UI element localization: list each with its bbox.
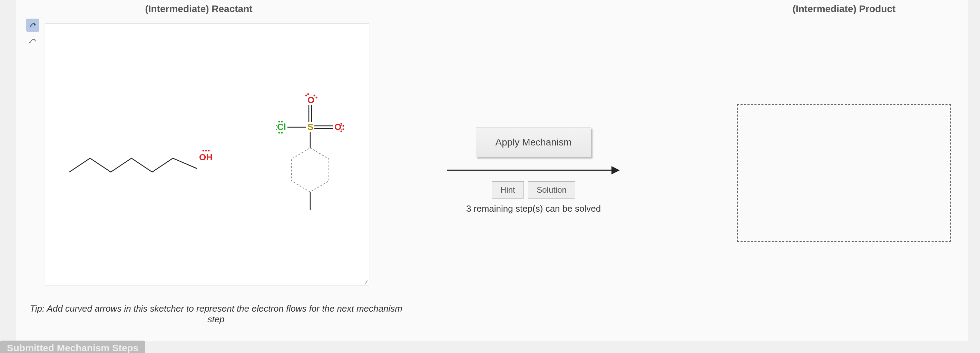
product-column: (Intermediate) Product — [727, 3, 961, 242]
electron-pair-arrow-tool[interactable]: : — [26, 19, 39, 32]
reactant-title: (Intermediate) Reactant — [26, 3, 371, 14]
svg-point-49 — [305, 95, 307, 97]
resize-handle-icon[interactable] — [363, 280, 368, 284]
product-drop-zone[interactable] — [737, 104, 951, 242]
svg-point-31 — [202, 150, 204, 152]
molecule-drawing: OH Cl : S — [45, 24, 369, 286]
svg-point-33 — [208, 150, 210, 152]
remaining-steps-text: 3 remaining step(s) can be solved — [430, 203, 637, 214]
svg-text::: : — [275, 122, 277, 132]
reactant-column: (Intermediate) Reactant — [26, 3, 371, 36]
svg-text::: : — [340, 122, 343, 132]
apply-mechanism-button[interactable]: Apply Mechanism — [476, 128, 592, 157]
mechanism-action-column: Apply Mechanism Hint Solution 3 remainin… — [430, 3, 637, 214]
svg-point-51 — [314, 95, 315, 97]
hint-button[interactable]: Hint — [492, 181, 524, 199]
single-electron-arrow-tool[interactable] — [26, 35, 39, 47]
submitted-mechanism-steps-tab[interactable]: Submitted Mechanism Steps — [0, 340, 145, 353]
product-title: (Intermediate) Product — [727, 3, 961, 14]
sketcher-side-toolbar: : — [26, 19, 39, 47]
reactant-sketcher-canvas[interactable]: OH Cl : S — [45, 24, 369, 285]
hint-solution-row: Hint Solution — [430, 181, 637, 199]
solution-button[interactable]: Solution — [528, 181, 575, 199]
svg-text::: : — [29, 21, 30, 26]
svg-point-29 — [29, 42, 30, 43]
mechanism-panel: (Intermediate) Reactant — [16, 0, 968, 341]
atom-label-cl: Cl — [277, 122, 286, 132]
svg-point-37 — [278, 132, 280, 134]
svg-point-36 — [281, 121, 283, 123]
svg-point-50 — [307, 93, 309, 95]
svg-point-52 — [316, 97, 317, 98]
svg-marker-54 — [291, 148, 329, 192]
atom-label-o-top: O — [307, 95, 314, 105]
atom-label-oh: OH — [199, 152, 213, 162]
sketcher-tip-text: Tip: Add curved arrows in this sketcher … — [26, 303, 406, 325]
reaction-arrow-icon — [447, 165, 620, 175]
svg-point-32 — [205, 150, 207, 152]
svg-point-35 — [278, 121, 280, 123]
atom-label-s: S — [307, 122, 313, 132]
svg-point-38 — [281, 132, 283, 134]
